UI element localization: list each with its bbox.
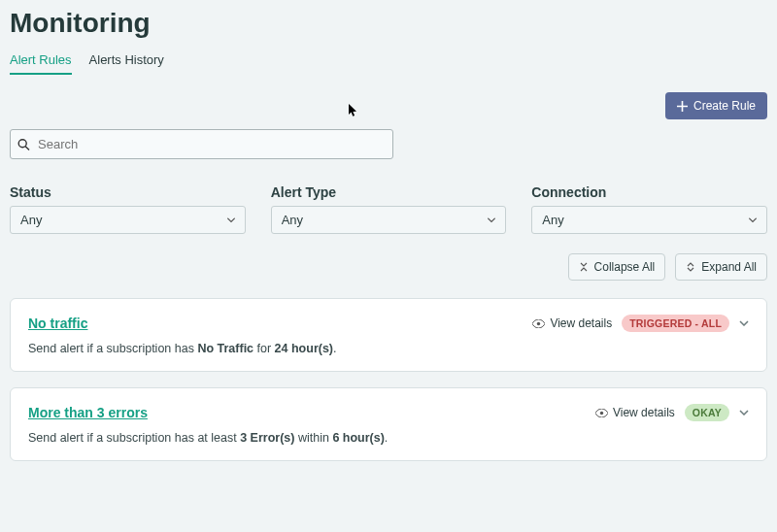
- status-badge: OKAY: [685, 404, 729, 421]
- svg-line-1: [25, 146, 29, 150]
- caret-down-icon: [227, 217, 235, 222]
- eye-icon: [532, 319, 545, 328]
- caret-down-icon: [749, 217, 757, 222]
- chevron-down-icon[interactable]: [739, 320, 749, 326]
- view-details-label: View details: [550, 316, 612, 330]
- collapse-all-button[interactable]: Collapse All: [568, 253, 666, 281]
- view-details-label: View details: [613, 406, 675, 419]
- collapse-all-label: Collapse All: [594, 260, 656, 274]
- connection-filter-value: Any: [542, 213, 563, 227]
- alert-type-filter-select[interactable]: Any: [271, 206, 507, 234]
- connection-filter-select[interactable]: Any: [531, 206, 767, 234]
- status-filter-label: Status: [10, 184, 246, 200]
- tabs: Alert Rules Alerts History: [10, 52, 767, 75]
- status-badge: TRIGGERED - ALL: [622, 315, 729, 332]
- tab-alerts-history[interactable]: Alerts History: [89, 52, 164, 75]
- alert-type-filter-value: Any: [282, 213, 303, 227]
- collapse-icon: [579, 262, 589, 272]
- rule-description: Send alert if a subscription has No Traf…: [28, 342, 749, 355]
- caret-down-icon: [488, 217, 495, 222]
- create-rule-button[interactable]: Create Rule: [665, 92, 767, 119]
- svg-point-3: [600, 411, 603, 414]
- rule-card: No trafficView detailsTRIGGERED - ALLSen…: [10, 298, 767, 372]
- plus-icon: [677, 101, 688, 112]
- rule-title-link[interactable]: No traffic: [28, 316, 87, 331]
- alert-type-filter-label: Alert Type: [271, 184, 507, 200]
- search-icon: [17, 138, 30, 150]
- chevron-down-icon[interactable]: [739, 410, 749, 416]
- search-input[interactable]: [10, 129, 393, 159]
- svg-point-0: [18, 139, 26, 147]
- status-filter-select[interactable]: Any: [10, 206, 246, 234]
- page-title: Monitoring: [10, 8, 767, 39]
- view-details-button[interactable]: View details: [532, 316, 612, 330]
- create-rule-label: Create Rule: [693, 99, 756, 113]
- rule-title-link[interactable]: More than 3 errors: [28, 405, 148, 420]
- status-filter-value: Any: [20, 213, 42, 227]
- rule-description: Send alert if a subscription has at leas…: [28, 431, 749, 445]
- expand-icon: [686, 262, 695, 272]
- expand-all-label: Expand All: [701, 260, 757, 274]
- connection-filter-label: Connection: [531, 184, 767, 200]
- rule-card: More than 3 errorsView detailsOKAYSend a…: [10, 387, 767, 461]
- eye-icon: [595, 409, 608, 417]
- svg-point-2: [537, 321, 540, 324]
- expand-all-button[interactable]: Expand All: [675, 253, 767, 281]
- view-details-button[interactable]: View details: [595, 406, 675, 419]
- tab-alert-rules[interactable]: Alert Rules: [10, 52, 72, 75]
